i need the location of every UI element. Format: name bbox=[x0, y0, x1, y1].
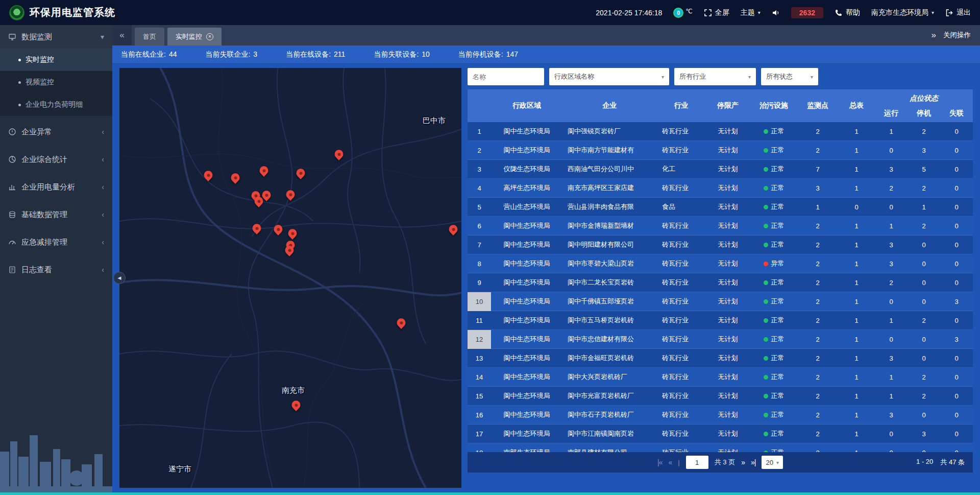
current-page-input[interactable]: 1 bbox=[686, 456, 708, 469]
table-row[interactable]: 6 阆中生态环境局 阆中市金博瑞新型墙材 砖瓦行业 无计划 正常 bbox=[468, 217, 973, 235]
sidebar-item-video-monitor[interactable]: 视频监控 bbox=[0, 71, 112, 93]
table-row[interactable]: 9 阆中生态环境局 阆中市二龙长宝页岩砖 砖瓦行业 无计划 正常 bbox=[468, 273, 973, 292]
table-row[interactable]: 12 阆中生态环境局 阆中市忠信建材有限公 砖瓦行业 无计划 正常 bbox=[468, 330, 973, 349]
first-page-button[interactable]: |« bbox=[657, 458, 662, 466]
status-dot-icon bbox=[764, 280, 768, 285]
logout-button[interactable]: 退出 bbox=[945, 8, 971, 17]
range-label: 1 - 20 bbox=[916, 458, 933, 467]
industry-select[interactable]: 所有行业 ▾ bbox=[674, 68, 756, 85]
table-row[interactable]: 13 阆中生态环境局 阆中市金福旺页岩机砖 砖瓦行业 无计划 正常 bbox=[468, 349, 973, 368]
sidebar-item-company-statistics[interactable]: 企业综合统计 ‹ bbox=[0, 148, 112, 171]
table-row[interactable]: 8 阆中生态环境局 阆中市枣碧大梁山页岩 砖瓦行业 无计划 异常 bbox=[468, 254, 973, 273]
stat-item: 当前停机设备: 147 bbox=[458, 50, 518, 59]
lost-cell: 3 bbox=[940, 292, 973, 311]
map-pin-icon[interactable] bbox=[286, 190, 295, 199]
industry-cell: 砖瓦行业 bbox=[657, 273, 705, 292]
name-search-input[interactable] bbox=[468, 68, 544, 85]
sidebar-item-emergency-reduction[interactable]: 应急减排管理 ‹ bbox=[0, 230, 112, 254]
map-pin-icon[interactable] bbox=[335, 150, 344, 158]
map-collapse-toggle[interactable]: ◀ bbox=[113, 272, 126, 284]
temperature-badge: 0 bbox=[673, 8, 683, 18]
table-row[interactable]: 2 阆中生态环境局 阆中市南方节能建材有 砖瓦行业 无计划 正常 bbox=[468, 141, 973, 160]
map-pin-icon[interactable] bbox=[285, 246, 294, 254]
table-row[interactable]: 5 营山生态环境局 营山县润丰肉食品有限 食品 无计划 正常 bbox=[468, 198, 973, 217]
map-pin-icon[interactable] bbox=[253, 224, 261, 232]
table-row[interactable]: 16 阆中生态环境局 阆中市石子页岩机砖厂 砖瓦行业 无计划 正常 bbox=[468, 406, 973, 425]
table-row[interactable]: 18 南部生态环境局 南部县建材有限公司 砖瓦行业 无计划 正常 bbox=[468, 443, 973, 452]
lost-cell: 0 bbox=[940, 254, 973, 273]
table-row[interactable]: 3 仪陇生态环境局 西南油气田分公司川中 化工 无计划 正常 bbox=[468, 160, 973, 179]
sidebar-item-realtime-monitor[interactable]: 实时监控 bbox=[0, 49, 112, 71]
lost-cell: 0 bbox=[940, 160, 973, 179]
status-dot-icon bbox=[764, 299, 768, 304]
sidebar-item-power-load-detail[interactable]: 企业电力负荷明细 bbox=[0, 93, 112, 116]
tab-realtime-monitor[interactable]: 实时监控 × bbox=[167, 28, 222, 45]
sidebar-item-power-analysis[interactable]: 企业用电量分析 ‹ bbox=[0, 175, 112, 199]
table-row[interactable]: 7 阆中生态环境局 阆中明阳建材有限公司 砖瓦行业 无计划 正常 bbox=[468, 235, 973, 254]
help-button[interactable]: 帮助 bbox=[835, 8, 860, 17]
page-size-select[interactable]: 20 ▾ bbox=[762, 456, 783, 469]
speaker-icon bbox=[772, 9, 780, 17]
tab-home[interactable]: 首页 bbox=[135, 28, 164, 45]
log-file-icon bbox=[8, 266, 16, 274]
row-number-cell: 8 bbox=[468, 254, 491, 273]
map-pin-icon[interactable] bbox=[449, 225, 458, 233]
table-row[interactable]: 17 阆中生态环境局 阆中市江南镇阆南页岩 砖瓦行业 无计划 正常 bbox=[468, 425, 973, 443]
status-dot-icon bbox=[764, 413, 768, 417]
lost-cell: 0 bbox=[940, 141, 973, 160]
prev-page-button[interactable]: « bbox=[669, 458, 672, 466]
company-cell: 西南油气田分公司川中 bbox=[562, 160, 657, 179]
sidebar-item-label: 视频监控 bbox=[26, 78, 54, 87]
notice-count-badge[interactable]: 2632 bbox=[791, 7, 823, 18]
monitor-points-cell: 2 bbox=[797, 217, 838, 235]
table-row[interactable]: 1 阆中生态环境局 阆中强锐页岩砖厂 砖瓦行业 无计划 正常 bbox=[468, 122, 973, 141]
stop-production-cell: 无计划 bbox=[705, 122, 750, 141]
tabs-scroll-left-button[interactable]: « bbox=[112, 25, 132, 45]
fullscreen-button[interactable]: 全屏 bbox=[704, 8, 729, 17]
map-panel[interactable]: 巴中市 南充市 遂宁市 bbox=[119, 68, 461, 488]
facility-status-cell: 正常 bbox=[750, 292, 797, 311]
sidebar-item-label: 数据监测 bbox=[21, 32, 52, 42]
sidebar-item-company-abnormal[interactable]: 企业异常 ‹ bbox=[0, 120, 112, 144]
map-pin-icon[interactable] bbox=[292, 400, 301, 409]
stop-production-cell: 无计划 bbox=[705, 160, 750, 179]
bullet-icon bbox=[18, 59, 21, 61]
map-pin-icon[interactable] bbox=[260, 166, 268, 175]
close-operations-button[interactable]: 关闭操作 bbox=[943, 31, 971, 40]
fullscreen-label: 全屏 bbox=[715, 8, 729, 17]
table-row[interactable]: 15 阆中生态环境局 阆中市光富页岩机砖厂 砖瓦行业 无计划 正常 bbox=[468, 387, 973, 406]
industry-cell: 砖瓦行业 bbox=[657, 406, 705, 425]
stat-value: 44 bbox=[169, 50, 177, 59]
col-stopped: 停机 bbox=[908, 105, 940, 122]
map-pin-icon[interactable] bbox=[231, 173, 240, 182]
logout-label: 退出 bbox=[957, 8, 971, 17]
region-select[interactable]: 行政区域名称 ▾ bbox=[549, 68, 669, 85]
last-page-button[interactable]: »| bbox=[751, 458, 755, 466]
announcement-button[interactable] bbox=[772, 9, 780, 17]
company-cell: 阆中市五马桥页岩机砖 bbox=[562, 311, 657, 330]
status-label: 正常 bbox=[771, 202, 785, 211]
row-number-cell: 15 bbox=[468, 387, 491, 406]
map-pin-icon[interactable] bbox=[297, 169, 305, 177]
sidebar-item-log-view[interactable]: 日志查看 ‹ bbox=[0, 258, 112, 281]
table-row[interactable]: 14 阆中生态环境局 阆中大兴页岩机砖厂 砖瓦行业 无计划 正常 bbox=[468, 368, 973, 387]
map-pin-icon[interactable] bbox=[274, 225, 283, 233]
status-dot-icon bbox=[764, 337, 768, 342]
sidebar-item-data-monitoring[interactable]: 数据监测 ▾ bbox=[0, 25, 112, 49]
status-select[interactable]: 所有状态 ▾ bbox=[761, 68, 818, 85]
industry-cell: 砖瓦行业 bbox=[657, 443, 705, 452]
map-pin-icon[interactable] bbox=[204, 171, 213, 179]
table-row[interactable]: 4 高坪生态环境局 南充市高坪区王家店建 砖瓦行业 无计划 正常 bbox=[468, 179, 973, 198]
table-row[interactable]: 10 阆中生态环境局 阆中千佛镇五郎垭页岩 砖瓦行业 无计划 正常 bbox=[468, 292, 973, 311]
sidebar-item-basic-data[interactable]: 基础数据管理 ‹ bbox=[0, 203, 112, 226]
org-dropdown[interactable]: 南充市生态环境局 ▾ bbox=[871, 8, 934, 17]
map-pin-icon[interactable] bbox=[397, 318, 406, 327]
tabs-scroll-right-button[interactable]: » bbox=[932, 30, 936, 40]
next-page-button[interactable]: » bbox=[741, 458, 745, 466]
map-pin-icon[interactable] bbox=[262, 191, 271, 199]
theme-dropdown[interactable]: 主题 ▾ bbox=[741, 8, 761, 17]
running-cell: 0 bbox=[875, 198, 908, 217]
table-row[interactable]: 11 阆中生态环境局 阆中市五马桥页岩机砖 砖瓦行业 无计划 正常 bbox=[468, 311, 973, 330]
close-tab-icon[interactable]: × bbox=[206, 33, 213, 40]
map-pin-icon[interactable] bbox=[288, 229, 297, 238]
